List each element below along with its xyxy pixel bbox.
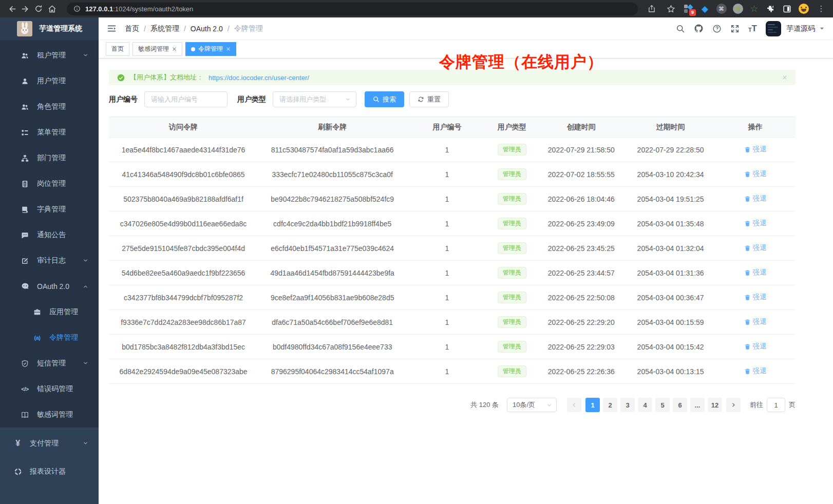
sidebar-item-label: 审计日志 <box>37 256 66 265</box>
extension-star-icon[interactable]: ☆ <box>749 4 760 14</box>
address-bar[interactable]: 127.0.0.1:1024/system/oauth2/token <box>67 3 638 15</box>
alert-close-icon[interactable] <box>782 75 787 80</box>
extension-puzzle-icon[interactable] <box>765 4 776 14</box>
back-icon[interactable] <box>5 2 18 15</box>
extension-sidepanel-icon[interactable] <box>782 4 792 14</box>
force-logout-button[interactable]: 强退 <box>744 243 767 253</box>
user-type-badge: 管理员 <box>498 144 526 156</box>
user-avatar[interactable] <box>766 21 781 36</box>
user-id-input[interactable] <box>144 91 228 107</box>
sidebar-item-notice[interactable]: 通知公告 <box>0 222 99 248</box>
table-row: 6d842e2924594de9a09e45e087323abe8796295f… <box>109 359 796 384</box>
browser-menu-icon[interactable]: ⋮ <box>815 2 828 15</box>
sidebar-item-dict[interactable]: 字典管理 <box>0 197 99 222</box>
cell-user-id: 1 <box>407 138 487 162</box>
sidebar-item-report[interactable]: 报表设计器 <box>0 457 99 486</box>
force-logout-label: 强退 <box>753 194 767 203</box>
extension-recorder-icon[interactable] <box>732 4 743 14</box>
pager-page-3[interactable]: 3 <box>620 398 635 412</box>
caret-down-icon[interactable] <box>819 26 825 31</box>
pager-next-button[interactable] <box>726 398 741 412</box>
force-logout-button[interactable]: 强退 <box>744 219 767 228</box>
cell-refresh-token: b0df4980ffd34c67a08f9156e4eee733 <box>258 335 407 359</box>
extension-gem-icon[interactable]: ◆ <box>699 4 710 14</box>
tab-首页[interactable]: 首页 <box>106 42 129 56</box>
sidebar-item-dept[interactable]: 部门管理 <box>0 145 99 171</box>
user-type-select[interactable]: 请选择用户类型 <box>273 91 356 107</box>
cell-actions: 强退 <box>715 261 796 285</box>
sidebar-item-post[interactable]: 岗位管理 <box>0 171 99 197</box>
font-size-icon[interactable] <box>748 24 757 33</box>
tab-令牌管理[interactable]: 令牌管理 <box>185 42 236 56</box>
chevron-down-icon <box>83 359 88 367</box>
breadcrumb-item[interactable]: OAuth 2.0 <box>191 25 223 33</box>
pager-pages: 123456...12 <box>585 398 722 412</box>
share-icon[interactable] <box>645 2 658 15</box>
alert-doc-link[interactable]: https://doc.iocoder.cn/user-center/ <box>209 74 309 82</box>
force-logout-button[interactable]: 强退 <box>744 268 767 277</box>
sidebar-item-oauth2[interactable]: OAuth 2.0 <box>0 274 99 299</box>
sidebar: 芋道管理系统 租户管理用户管理角色管理菜单管理部门管理岗位管理字典管理通知公告审… <box>0 17 99 504</box>
force-logout-button[interactable]: 强退 <box>744 293 767 302</box>
tab-敏感词管理[interactable]: 敏感词管理 <box>132 42 182 56</box>
user-type-badge: 管理员 <box>498 242 526 255</box>
sidebar-item-oauth2-app[interactable]: 应用管理 <box>0 299 99 325</box>
pager-page-6[interactable]: 6 <box>673 398 687 412</box>
search-icon[interactable] <box>676 24 685 33</box>
sidebar-item-role[interactable]: 角色管理 <box>0 94 99 120</box>
user-type-label: 用户类型 <box>237 95 266 104</box>
reset-button[interactable]: 重置 <box>409 91 449 107</box>
cell-actions: 强退 <box>715 310 796 335</box>
sidebar-item-label: 租户管理 <box>37 51 66 60</box>
sidebar-item-oauth2-token[interactable]: (a)令牌管理 <box>0 325 99 351</box>
chevron-down-icon <box>83 51 88 60</box>
pager-page-12[interactable]: 12 <box>708 398 722 412</box>
site-info-icon[interactable] <box>73 2 81 15</box>
pager-ellipsis[interactable]: ... <box>690 398 705 412</box>
pager-prev-button[interactable] <box>567 398 581 412</box>
pager-page-5[interactable]: 5 <box>655 398 670 412</box>
sidebar-item-user[interactable]: 用户管理 <box>0 68 99 94</box>
extension-command-icon[interactable]: ⌘ <box>716 4 727 14</box>
bookmark-star-icon[interactable] <box>664 2 677 15</box>
extension-workflow-icon[interactable]: 9 <box>683 4 694 14</box>
pager-page-4[interactable]: 4 <box>638 398 652 412</box>
sidebar-item-sensitive[interactable]: 敏感词管理 <box>0 402 99 428</box>
pager-page-1[interactable]: 1 <box>585 398 600 412</box>
tab-close-icon[interactable] <box>226 47 231 51</box>
page-size-select[interactable]: 10条/页 <box>507 398 557 412</box>
tab-close-icon[interactable] <box>172 47 177 51</box>
home-icon[interactable] <box>45 2 59 15</box>
profile-avatar-icon[interactable] <box>798 4 809 14</box>
force-logout-button[interactable]: 强退 <box>744 169 767 179</box>
help-icon[interactable] <box>712 24 722 33</box>
sidebar-item-audit-log[interactable]: 审计日志 <box>0 248 99 274</box>
breadcrumb-item[interactable]: 首页 <box>125 24 139 33</box>
sidebar-item-tenant[interactable]: 租户管理 <box>0 43 99 68</box>
sidebar-item-menu[interactable]: 菜单管理 <box>0 120 99 145</box>
dept-icon <box>21 154 29 162</box>
search-button[interactable]: 搜索 <box>365 91 404 107</box>
breadcrumb-item[interactable]: 系统管理 <box>150 24 179 33</box>
sidebar-item-error-code[interactable]: </>错误码管理 <box>0 376 99 402</box>
force-logout-button[interactable]: 强退 <box>744 342 767 351</box>
app-logo[interactable]: 芋道管理系统 <box>0 17 99 40</box>
force-logout-button[interactable]: 强退 <box>744 366 767 376</box>
cell-refresh-token: dfa6c71a50a54c66bef706ef9e6e8d81 <box>258 310 407 335</box>
force-logout-button[interactable]: 强退 <box>744 145 767 154</box>
force-logout-button[interactable]: 强退 <box>744 194 767 203</box>
forward-icon[interactable] <box>18 2 32 15</box>
sidebar-item-sms[interactable]: 短信管理 <box>0 351 99 376</box>
pager-goto-input[interactable] <box>767 398 785 412</box>
fullscreen-icon[interactable] <box>730 24 740 33</box>
notice-icon <box>21 231 29 239</box>
sidebar-collapse-icon[interactable] <box>107 24 117 33</box>
reload-icon[interactable] <box>32 2 45 15</box>
github-icon[interactable] <box>694 24 704 33</box>
navbar-actions: 芋道源码 <box>676 21 825 36</box>
cell-access-token: 1ea5e44f8bc1467aaede43144f31de76 <box>109 138 258 162</box>
force-logout-button[interactable]: 强退 <box>744 317 767 326</box>
sidebar-item-pay[interactable]: ¥支付管理 <box>0 429 99 457</box>
pager-page-2[interactable]: 2 <box>603 398 617 412</box>
cell-actions: 强退 <box>715 285 796 310</box>
